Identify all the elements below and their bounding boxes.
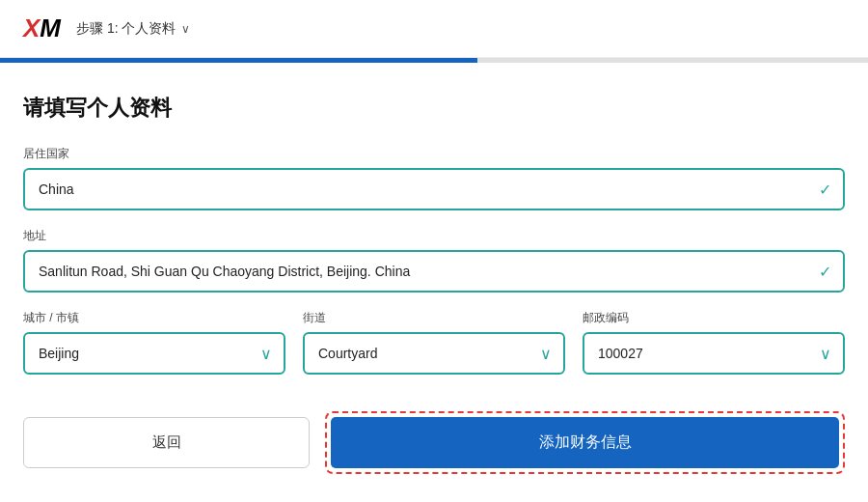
postal-select-wrapper[interactable]: 100027 ∨ — [583, 332, 845, 375]
back-button[interactable]: 返回 — [23, 417, 310, 468]
page-title: 请填写个人资料 — [23, 94, 845, 123]
city-select-wrapper[interactable]: Beijing ∨ — [23, 332, 285, 375]
header: XM 步骤 1: 个人资料 ∨ — [0, 0, 868, 58]
address-select[interactable]: Sanlitun Road, Shi Guan Qu Chaoyang Dist… — [25, 252, 843, 291]
city-label: 城市 / 市镇 — [23, 310, 285, 326]
step-label[interactable]: 步骤 1: 个人资料 ∨ — [76, 20, 190, 38]
address-label: 地址 — [23, 228, 845, 244]
chevron-down-icon: ∨ — [181, 22, 190, 36]
postal-select[interactable]: 100027 — [584, 334, 843, 373]
next-button-wrapper: 添加财务信息 — [325, 411, 845, 474]
street-label: 街道 — [303, 310, 565, 326]
city-select[interactable]: Beijing — [25, 334, 284, 373]
address-group: 地址 Sanlitun Road, Shi Guan Qu Chaoyang D… — [23, 228, 845, 293]
logo-m: M — [40, 14, 61, 43]
postal-label: 邮政编码 — [583, 310, 845, 326]
step-text: 步骤 1: 个人资料 — [76, 20, 176, 38]
address-select-wrapper[interactable]: Sanlitun Road, Shi Guan Qu Chaoyang Dist… — [23, 250, 845, 293]
city-group: 城市 / 市镇 Beijing ∨ — [23, 310, 285, 375]
logo: XM — [23, 14, 61, 43]
postal-group: 邮政编码 100027 ∨ — [583, 310, 845, 375]
country-label: 居住国家 — [23, 146, 845, 162]
logo-x: X — [23, 14, 40, 43]
street-select-wrapper[interactable]: Courtyard ∨ — [303, 332, 565, 375]
street-select[interactable]: Courtyard — [305, 334, 563, 373]
country-select[interactable]: China — [25, 170, 843, 209]
location-row: 城市 / 市镇 Beijing ∨ 街道 Courtyard ∨ 邮政编码 10 — [23, 310, 845, 392]
country-group: 居住国家 China ✓ — [23, 146, 845, 210]
buttons-row: 返回 添加财务信息 — [23, 411, 845, 474]
street-group: 街道 Courtyard ∨ — [303, 310, 565, 375]
country-select-wrapper[interactable]: China ✓ — [23, 168, 845, 210]
next-button[interactable]: 添加财务信息 — [331, 417, 839, 468]
main-content: 请填写个人资料 居住国家 China ✓ 地址 Sanlitun Road, S… — [0, 63, 868, 497]
